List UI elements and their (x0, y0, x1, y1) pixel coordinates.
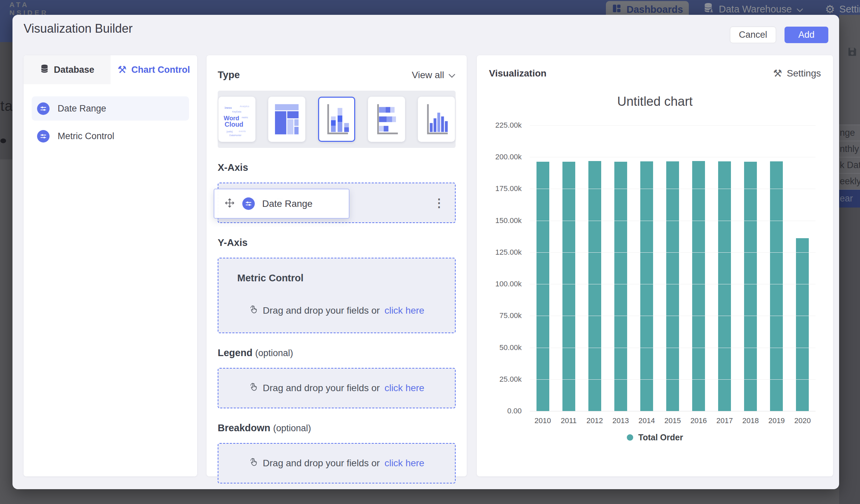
background-menu-item: eekly (839, 173, 860, 189)
x-axis-field-chip[interactable]: Date Range (214, 189, 349, 219)
hand-tap-icon (249, 305, 258, 316)
chart-x-axis: 2010201120122013201420152016201720182019… (530, 416, 816, 425)
tab-chart-control[interactable]: ⚒ Chart Control (111, 55, 198, 84)
chart-type-card-stacked-column[interactable] (318, 97, 355, 142)
visualization-builder-modal: Visualization Builder Cancel Add Databas… (13, 15, 839, 489)
background-text-fragment: ta (0, 98, 13, 114)
y-axis-tick-label: 75.00k (477, 311, 522, 320)
drop-hint-text: Drag and drop your fields or (263, 305, 380, 316)
chart-type-card-wordcloud[interactable]: iness Analytics KeyData Word metric Clou… (218, 97, 255, 142)
sliders-icon (37, 130, 49, 143)
chart-type-card-column[interactable] (418, 97, 455, 142)
svg-text:[cells]: [cells] (227, 130, 232, 133)
bar-2019 (770, 161, 783, 411)
bar-slot (530, 125, 556, 411)
x-axis-dropzone[interactable]: Date Range Date Range ⋮ (218, 183, 456, 223)
y-axis-tick-label: 125.00k (477, 248, 522, 257)
legend-label: Total Order (638, 433, 683, 442)
nav-data-warehouse-label: Data Warehouse (719, 4, 792, 15)
click-here-link[interactable]: click here (385, 458, 424, 469)
nav-settings-label: Settings (840, 4, 860, 15)
x-axis-tick-label: 2018 (738, 416, 764, 425)
x-axis-tick-label: 2011 (556, 416, 582, 425)
y-axis-tick-label: 50.00k (477, 343, 522, 352)
background-bullet-dot (0, 139, 6, 143)
bar-2018 (744, 162, 757, 411)
kebab-menu-icon[interactable]: ⋮ (433, 197, 445, 208)
x-axis-tick-label: 2014 (633, 416, 659, 425)
database-icon (40, 64, 49, 76)
background-menu-item: nthly (839, 141, 860, 157)
svg-text:metric: metric (242, 116, 248, 119)
x-axis-section-title: X-Axis (218, 162, 248, 173)
modal-title: Visualization Builder (24, 21, 133, 36)
cancel-button[interactable]: Cancel (730, 27, 776, 43)
field-item-label: Metric Control (58, 131, 114, 142)
visualization-settings-button[interactable]: ⚒ Settings (773, 68, 821, 79)
dashboards-grid-icon (612, 3, 622, 16)
chart-legend-item[interactable]: Total Order (477, 433, 833, 442)
gridline (530, 157, 816, 157)
gridline (530, 379, 816, 380)
x-axis-tick-label: 2020 (790, 416, 816, 425)
hand-tap-icon (249, 458, 258, 469)
legend-dropzone[interactable]: Drag and drop your fields or click here (218, 368, 456, 408)
chart-type-card-treemap[interactable] (268, 97, 305, 142)
y-axis-tick-label: 150.00k (477, 216, 522, 225)
bar-2015 (666, 161, 679, 411)
chart-plot (530, 125, 816, 411)
gridline (530, 316, 816, 316)
svg-text:Analytics: Analytics (240, 105, 249, 108)
x-axis-tick-label: 2016 (686, 416, 712, 425)
x-axis-tick-label: 2013 (607, 416, 633, 425)
bar-slot (790, 125, 816, 411)
background-menu-item: ear (839, 189, 860, 207)
tab-database-label: Database (54, 65, 94, 75)
y-axis-tick-label: 200.00k (477, 153, 522, 161)
brand-logo: ATA NSIDER (10, 1, 48, 17)
click-here-link[interactable]: click here (385, 305, 424, 316)
breakdown-dropzone[interactable]: Drag and drop your fields or click here (218, 443, 456, 484)
y-axis-tick-label: 175.00k (477, 184, 522, 193)
view-all-label: View all (412, 70, 444, 81)
field-list: Date RangeMetric Control (24, 84, 197, 148)
breakdown-section-title: Breakdown (optional) (218, 422, 311, 434)
bar-slot (582, 125, 607, 411)
y-axis-dropzone[interactable]: Metric Control Drag and drop your fields… (218, 258, 456, 333)
chart-title: Untitled chart (477, 94, 833, 109)
background-menu-item: nge (839, 125, 860, 141)
y-axis-tick-label: 225.00k (477, 121, 522, 130)
tab-database[interactable]: Database (24, 55, 111, 84)
background-dropdown-menu: ngenthlyk Dateeeklyear (839, 125, 860, 207)
y-axis-tick-label: 25.00k (477, 375, 522, 384)
field-item-date-range[interactable]: Date Range (32, 96, 189, 120)
chart-type-card-stacked-bar[interactable] (368, 97, 405, 142)
page: ATA NSIDER Dashboards Data Warehouse ⚙ S… (0, 0, 860, 504)
chart-type-strip: iness Analytics KeyData Word metric Clou… (218, 91, 456, 148)
visualization-settings-label: Settings (787, 68, 821, 79)
svg-text:Cloud: Cloud (225, 120, 244, 128)
svg-text:DataHunter: DataHunter (229, 134, 242, 136)
add-button[interactable]: Add (785, 27, 828, 43)
bar-2016 (692, 161, 705, 411)
x-axis-tick-label: 2012 (582, 416, 607, 425)
x-axis-tick-label: 2017 (712, 416, 738, 425)
bar-slot (607, 125, 633, 411)
gridline (530, 252, 816, 253)
svg-text:iness: iness (225, 106, 232, 110)
save-icon (847, 46, 858, 59)
chip-label: Date Range (262, 199, 312, 209)
sliders-icon (242, 198, 255, 210)
bar-2020 (796, 238, 809, 411)
field-item-metric-control[interactable]: Metric Control (32, 124, 189, 148)
bar-2017 (718, 161, 731, 411)
fields-panel: Database ⚒ Chart Control Date RangeMetri… (24, 55, 197, 476)
click-here-link[interactable]: click here (385, 383, 424, 393)
view-all-dropdown[interactable]: View all (412, 70, 456, 81)
gridline (530, 189, 816, 189)
type-section-title: Type (218, 69, 240, 81)
builder-panel: Type View all iness Analytics KeyData (206, 55, 467, 476)
gear-icon: ⚙ (825, 4, 835, 15)
gridline (530, 221, 816, 221)
move-icon[interactable] (225, 198, 235, 210)
